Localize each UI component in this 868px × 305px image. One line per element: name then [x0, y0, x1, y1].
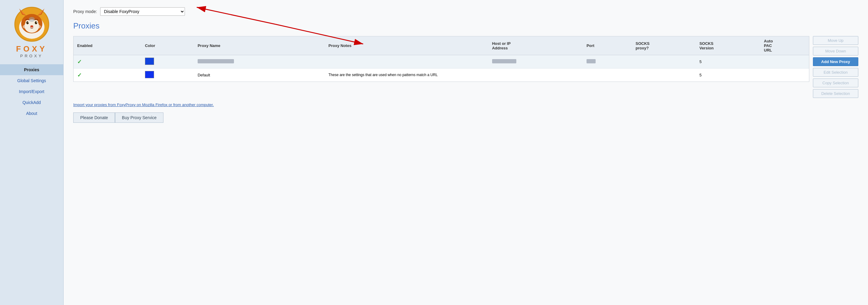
sidebar-item-proxies[interactable]: Proxies: [0, 64, 63, 75]
move-down-button[interactable]: Move Down: [813, 47, 858, 55]
copy-selection-button[interactable]: Copy Selection: [813, 79, 858, 87]
logo-container: FOXY PROXY: [13, 6, 50, 58]
cell-socks-proxy: [632, 55, 696, 68]
fox-logo-image: [13, 6, 50, 43]
buy-proxy-service-button[interactable]: Buy Proxy Service: [115, 112, 163, 123]
svg-point-16: [30, 25, 33, 28]
action-buttons: Move Up Move Down Add New Proxy Edit Sel…: [813, 36, 858, 98]
add-new-proxy-button[interactable]: Add New Proxy: [813, 57, 858, 66]
cell-enabled: ✓: [73, 68, 141, 82]
cell-enabled: ✓: [73, 55, 141, 68]
col-socks-version: SOCKSVersion: [696, 36, 760, 55]
cell-color: [141, 55, 194, 68]
page-title: Proxies: [73, 21, 858, 31]
cell-port: [583, 68, 632, 82]
sidebar-item-about[interactable]: About: [0, 108, 63, 119]
move-up-button[interactable]: Move Up: [813, 36, 858, 45]
col-socks-proxy: SOCKSproxy?: [632, 36, 696, 55]
cell-proxy-notes: These are the settings that are used whe…: [325, 68, 488, 82]
proxy-mode-label: Proxy mode:: [73, 9, 97, 14]
main-content: Proxy mode: Disable FoxyProxy Use proxie…: [64, 0, 868, 305]
proxies-table-wrapper: Enabled Color Proxy Name Proxy Notes Hos…: [73, 36, 809, 82]
table-section: Enabled Color Proxy Name Proxy Notes Hos…: [73, 36, 858, 98]
cell-proxy-notes: [325, 55, 488, 68]
edit-selection-button[interactable]: Edit Selection: [813, 68, 858, 77]
col-proxy-notes: Proxy Notes: [325, 36, 488, 55]
nav-menu: Proxies Global Settings Import/Export Qu…: [0, 64, 63, 119]
proxy-mode-row: Proxy mode: Disable FoxyProxy Use proxie…: [73, 7, 858, 16]
please-donate-button[interactable]: Please Donate: [73, 112, 115, 123]
proxies-table: Enabled Color Proxy Name Proxy Notes Hos…: [73, 36, 809, 82]
color-swatch: [145, 71, 154, 78]
host-blurred: [492, 59, 516, 63]
col-enabled: Enabled: [73, 36, 141, 55]
sidebar: FOXY PROXY Proxies Global Settings Impor…: [0, 0, 64, 305]
bottom-buttons: Please Donate Buy Proxy Service: [73, 112, 858, 123]
svg-point-18: [36, 25, 41, 28]
color-swatch: [145, 58, 154, 65]
cell-port: [583, 55, 632, 68]
delete-selection-button[interactable]: Delete Selection: [813, 89, 858, 98]
table-row[interactable]: ✓ Default These are the settings that ar…: [73, 68, 809, 82]
col-proxy-name: Proxy Name: [194, 36, 325, 55]
svg-point-15: [36, 22, 37, 23]
enabled-check: ✓: [77, 72, 82, 78]
sidebar-item-import-export[interactable]: Import/Export: [0, 86, 63, 97]
cell-socks-version: 5: [696, 68, 760, 82]
svg-point-17: [23, 25, 28, 28]
proxy-mode-select[interactable]: Disable FoxyProxy Use proxies based on t…: [100, 7, 185, 16]
svg-point-12: [26, 21, 29, 24]
import-link[interactable]: Import your proxies from FoxyProxy on Mo…: [73, 103, 214, 107]
cell-proxy-name: Default: [194, 68, 325, 82]
cell-color: [141, 68, 194, 82]
enabled-check: ✓: [77, 59, 82, 65]
svg-point-13: [35, 21, 37, 24]
cell-auto-pac: [760, 55, 809, 68]
cell-socks-proxy: [632, 68, 696, 82]
table-row[interactable]: ✓ 5: [73, 55, 809, 68]
sidebar-item-quickadd[interactable]: QuickAdd: [0, 97, 63, 108]
logo-foxy-text: FOXY: [16, 44, 47, 54]
table-header-row: Enabled Color Proxy Name Proxy Notes Hos…: [73, 36, 809, 55]
col-port: Port: [583, 36, 632, 55]
svg-point-14: [28, 22, 28, 23]
cell-proxy-name: [194, 55, 325, 68]
cell-socks-version: 5: [696, 55, 760, 68]
port-blurred: [587, 59, 596, 63]
sidebar-item-global-settings[interactable]: Global Settings: [0, 75, 63, 86]
col-auto-pac: AutoPACURL: [760, 36, 809, 55]
cell-host: [489, 55, 583, 68]
col-host: Host or IPAddress: [489, 36, 583, 55]
logo-proxy-text: PROXY: [20, 54, 43, 58]
col-color: Color: [141, 36, 194, 55]
cell-auto-pac: [760, 68, 809, 82]
import-link-container: Import your proxies from FoxyProxy on Mo…: [73, 102, 858, 107]
svg-point-19: [29, 17, 35, 22]
cell-host: [489, 68, 583, 82]
proxy-name-blurred: [198, 59, 234, 63]
